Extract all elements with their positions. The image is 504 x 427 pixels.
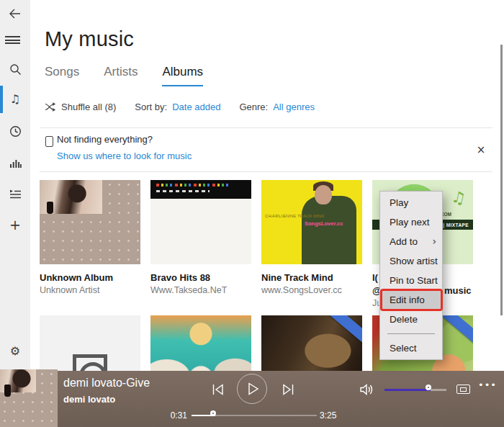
- tab-albums[interactable]: Albums: [162, 65, 203, 86]
- sidebar-item-my-music[interactable]: ♫: [5, 89, 25, 109]
- menu-item-show-artist[interactable]: Show artist: [380, 251, 442, 271]
- album-title[interactable]: Nine Track Mind: [261, 272, 333, 283]
- pc-device-icon: [45, 136, 53, 147]
- back-arrow-icon: [9, 8, 22, 19]
- menu-button[interactable]: [5, 30, 25, 50]
- now-playing-title: demi lovato-Give: [63, 377, 150, 390]
- gear-icon: ⚙: [10, 346, 20, 357]
- ellipsis-icon: •••: [478, 379, 497, 390]
- genre-control: Genre: All genres: [239, 102, 315, 112]
- album-title[interactable]: Unknown Album: [40, 272, 113, 283]
- genre-value[interactable]: All genres: [273, 102, 315, 112]
- groove-music-window: − □ × ♫ + ⚙ My music: [0, 0, 504, 427]
- playlist-icon: [9, 189, 22, 199]
- album-title-fragment[interactable]: I(: [372, 272, 378, 283]
- tab-bar: Songs Artists Albums: [45, 65, 203, 86]
- sidebar-item-search[interactable]: [5, 59, 25, 79]
- sort-by-value[interactable]: Date added: [172, 102, 220, 112]
- context-menu: Play Play next Add to › Show artist Pin …: [379, 191, 443, 360]
- vertical-scrollbar[interactable]: [500, 45, 503, 315]
- album-tile-bravo-hits-88[interactable]: Bravo Hits 88 Www.Takseda.NeT: [150, 180, 251, 304]
- equalizer-icon: [9, 157, 22, 168]
- banner-close-button[interactable]: ×: [472, 141, 490, 158]
- sort-by-label: Sort by:: [135, 102, 167, 112]
- corner-ribbon: [325, 315, 362, 346]
- menu-item-play-next[interactable]: Play next: [380, 212, 442, 232]
- volume-slider[interactable]: [384, 389, 446, 391]
- previous-button[interactable]: [210, 382, 226, 397]
- total-duration: 3:25: [320, 410, 336, 421]
- banner-title: Not finding everything?: [57, 134, 153, 145]
- album-art: [40, 180, 140, 264]
- album-artist[interactable]: Unknown Artist: [40, 285, 99, 295]
- play-icon: [247, 382, 260, 396]
- now-playing-artwork[interactable]: [0, 369, 58, 427]
- sidebar: ♫ + ⚙: [0, 0, 30, 427]
- album-art-text: NINE TRACK MIND: [286, 214, 324, 218]
- menu-separator: [387, 333, 435, 334]
- album-art: [150, 180, 251, 264]
- divider: [40, 127, 492, 128]
- player-bar: demi lovato-Give demi lovato 0:31 3:25 •…: [0, 371, 504, 427]
- menu-item-pin-to-start[interactable]: Pin to Start: [380, 271, 442, 290]
- shuffle-all-button[interactable]: Shuffle all (8): [45, 102, 116, 112]
- plus-icon: +: [9, 218, 21, 232]
- tab-artists[interactable]: Artists: [104, 65, 138, 86]
- clock-icon: [9, 125, 22, 138]
- album-title-fragment[interactable]: music: [444, 285, 472, 296]
- page-title: My music: [45, 27, 134, 51]
- music-note-icon: ♫: [10, 94, 20, 105]
- menu-item-select[interactable]: Select: [380, 338, 442, 358]
- sort-by-control: Sort by: Date added: [135, 102, 220, 112]
- close-icon: ×: [477, 143, 486, 156]
- album-artist[interactable]: Www.Takseda.NeT: [150, 285, 227, 295]
- new-playlist-button[interactable]: +: [5, 215, 25, 235]
- divider: [40, 171, 492, 172]
- menu-item-edit-info[interactable]: Edit info: [380, 290, 442, 310]
- search-icon: [9, 63, 22, 76]
- album-art-text: SongsLover.cc: [305, 220, 343, 227]
- album-tile-nine-track-mind[interactable]: CHARLIE NINE TRACK MIND SongsLover.cc Ni…: [261, 180, 362, 304]
- music-note-icon: ♫: [450, 187, 468, 208]
- album-tile-unknown-album[interactable]: Unknown Album Unknown Artist: [40, 180, 140, 304]
- sidebar-item-now-playing[interactable]: [5, 153, 25, 173]
- sidebar-item-recent-plays[interactable]: [5, 121, 25, 141]
- volume-icon[interactable]: [360, 383, 376, 396]
- volume-knob[interactable]: [426, 385, 431, 390]
- now-playing-artist: demi lovato: [63, 394, 115, 405]
- genre-label: Genre:: [239, 102, 268, 112]
- elapsed-time: 0:31: [164, 410, 187, 421]
- sidebar-item-playlists[interactable]: [5, 184, 25, 204]
- sidebar-selection-indicator: [0, 86, 3, 113]
- hamburger-icon: [5, 36, 20, 37]
- progress-knob[interactable]: [210, 410, 216, 416]
- play-button[interactable]: [237, 374, 267, 404]
- shuffle-all-label: Shuffle all (8): [61, 102, 116, 112]
- more-options-button[interactable]: •••: [478, 379, 497, 390]
- mini-player-icon[interactable]: [456, 385, 470, 394]
- settings-button[interactable]: ⚙: [5, 341, 25, 361]
- tab-songs[interactable]: Songs: [45, 65, 79, 86]
- menu-item-add-to[interactable]: Add to ›: [380, 232, 442, 251]
- next-icon: [282, 383, 294, 396]
- volume-fill: [384, 389, 431, 391]
- album-title[interactable]: Bravo Hits 88: [150, 272, 210, 283]
- album-artist[interactable]: www.SongsLover.cc: [261, 285, 342, 295]
- show-us-where-link[interactable]: Show us where to look for music: [57, 150, 192, 161]
- progress-slider[interactable]: [192, 415, 317, 416]
- chevron-right-icon: ›: [432, 232, 436, 251]
- filter-bar: Shuffle all (8) Sort by: Date added Genr…: [45, 102, 315, 112]
- previous-icon: [212, 383, 225, 396]
- album-art-text: CHARLIE: [265, 214, 287, 218]
- shuffle-icon: [45, 102, 56, 112]
- back-button[interactable]: [5, 4, 25, 24]
- album-art: CHARLIE NINE TRACK MIND SongsLover.cc: [261, 180, 362, 264]
- next-button[interactable]: [280, 382, 296, 397]
- menu-item-play[interactable]: Play: [380, 193, 442, 212]
- menu-item-delete[interactable]: Delete: [380, 310, 442, 329]
